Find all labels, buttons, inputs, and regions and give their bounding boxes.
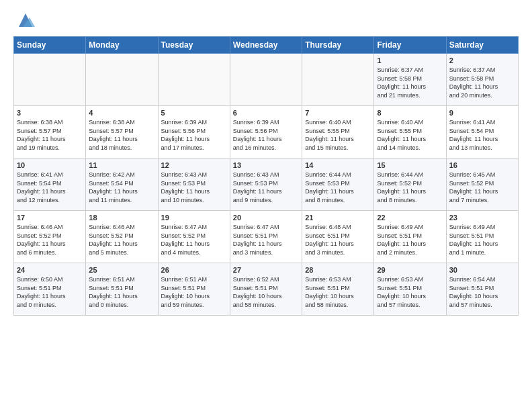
day-cell: 25Sunrise: 6:51 AM Sunset: 5:51 PM Dayli… (86, 263, 158, 316)
day-cell: 10Sunrise: 6:41 AM Sunset: 5:54 PM Dayli… (14, 158, 86, 211)
day-number: 26 (161, 266, 227, 274)
weekday-header-monday: Monday (86, 37, 158, 54)
day-info: Sunrise: 6:47 AM Sunset: 5:52 PM Dayligh… (161, 223, 227, 257)
day-info: Sunrise: 6:51 AM Sunset: 5:51 PM Dayligh… (161, 275, 227, 309)
day-info: Sunrise: 6:43 AM Sunset: 5:53 PM Dayligh… (161, 171, 227, 204)
day-info: Sunrise: 6:46 AM Sunset: 5:52 PM Dayligh… (17, 223, 83, 257)
day-number: 1 (377, 56, 443, 64)
day-cell: 24Sunrise: 6:50 AM Sunset: 5:51 PM Dayli… (14, 263, 86, 316)
day-cell: 23Sunrise: 6:49 AM Sunset: 5:51 PM Dayli… (446, 211, 518, 263)
day-cell: 22Sunrise: 6:49 AM Sunset: 5:51 PM Dayli… (374, 211, 446, 263)
weekday-header-sunday: Sunday (14, 37, 86, 54)
day-cell (86, 54, 158, 106)
day-number: 28 (305, 266, 371, 274)
week-row-1: 1Sunrise: 6:37 AM Sunset: 5:58 PM Daylig… (14, 54, 519, 106)
day-number: 22 (377, 214, 443, 222)
day-number: 20 (233, 214, 299, 222)
day-cell: 20Sunrise: 6:47 AM Sunset: 5:51 PM Dayli… (230, 211, 302, 263)
week-row-4: 17Sunrise: 6:46 AM Sunset: 5:52 PM Dayli… (14, 211, 519, 263)
week-row-5: 24Sunrise: 6:50 AM Sunset: 5:51 PM Dayli… (14, 263, 519, 316)
day-cell: 2Sunrise: 6:37 AM Sunset: 5:58 PM Daylig… (446, 54, 518, 106)
day-number: 4 (89, 109, 154, 117)
day-info: Sunrise: 6:38 AM Sunset: 5:57 PM Dayligh… (17, 118, 83, 152)
day-info: Sunrise: 6:49 AM Sunset: 5:51 PM Dayligh… (377, 223, 443, 257)
weekday-header-tuesday: Tuesday (158, 37, 230, 54)
day-info: Sunrise: 6:40 AM Sunset: 5:55 PM Dayligh… (305, 118, 371, 152)
logo-icon (16, 11, 35, 30)
day-number: 16 (449, 161, 515, 169)
weekday-header-saturday: Saturday (446, 37, 518, 54)
day-info: Sunrise: 6:54 AM Sunset: 5:51 PM Dayligh… (449, 275, 515, 309)
day-number: 14 (305, 161, 371, 169)
day-info: Sunrise: 6:48 AM Sunset: 5:51 PM Dayligh… (305, 223, 371, 257)
day-info: Sunrise: 6:37 AM Sunset: 5:58 PM Dayligh… (449, 66, 515, 99)
day-cell: 27Sunrise: 6:52 AM Sunset: 5:51 PM Dayli… (230, 263, 302, 316)
day-info: Sunrise: 6:47 AM Sunset: 5:51 PM Dayligh… (233, 223, 299, 257)
day-cell: 28Sunrise: 6:53 AM Sunset: 5:51 PM Dayli… (302, 263, 374, 316)
day-info: Sunrise: 6:41 AM Sunset: 5:54 PM Dayligh… (449, 118, 515, 152)
calendar: SundayMondayTuesdayWednesdayThursdayFrid… (13, 36, 519, 316)
day-cell (302, 54, 374, 106)
day-info: Sunrise: 6:39 AM Sunset: 5:56 PM Dayligh… (161, 118, 227, 152)
day-number: 8 (377, 109, 443, 117)
day-cell: 6Sunrise: 6:39 AM Sunset: 5:56 PM Daylig… (230, 106, 302, 158)
day-number: 7 (305, 109, 371, 117)
day-number: 11 (89, 161, 154, 169)
day-info: Sunrise: 6:46 AM Sunset: 5:52 PM Dayligh… (89, 223, 154, 257)
day-cell: 13Sunrise: 6:43 AM Sunset: 5:53 PM Dayli… (230, 158, 302, 211)
header (13, 11, 519, 30)
logo (13, 11, 35, 30)
day-info: Sunrise: 6:44 AM Sunset: 5:53 PM Dayligh… (305, 171, 371, 204)
weekday-header-row: SundayMondayTuesdayWednesdayThursdayFrid… (14, 37, 519, 54)
week-row-2: 3Sunrise: 6:38 AM Sunset: 5:57 PM Daylig… (14, 106, 519, 158)
day-cell (14, 54, 86, 106)
day-info: Sunrise: 6:42 AM Sunset: 5:54 PM Dayligh… (89, 171, 154, 204)
day-info: Sunrise: 6:51 AM Sunset: 5:51 PM Dayligh… (89, 275, 154, 309)
day-number: 17 (17, 214, 83, 222)
day-cell: 3Sunrise: 6:38 AM Sunset: 5:57 PM Daylig… (14, 106, 86, 158)
day-number: 6 (233, 109, 299, 117)
day-number: 12 (161, 161, 227, 169)
day-cell: 15Sunrise: 6:44 AM Sunset: 5:52 PM Dayli… (374, 158, 446, 211)
day-cell: 16Sunrise: 6:45 AM Sunset: 5:52 PM Dayli… (446, 158, 518, 211)
day-cell: 5Sunrise: 6:39 AM Sunset: 5:56 PM Daylig… (158, 106, 230, 158)
day-info: Sunrise: 6:41 AM Sunset: 5:54 PM Dayligh… (17, 171, 83, 204)
day-cell: 18Sunrise: 6:46 AM Sunset: 5:52 PM Dayli… (86, 211, 158, 263)
day-number: 15 (377, 161, 443, 169)
day-info: Sunrise: 6:43 AM Sunset: 5:53 PM Dayligh… (233, 171, 299, 204)
weekday-header-friday: Friday (374, 37, 446, 54)
day-number: 29 (377, 266, 443, 274)
weekday-header-wednesday: Wednesday (230, 37, 302, 54)
day-info: Sunrise: 6:40 AM Sunset: 5:55 PM Dayligh… (377, 118, 443, 152)
day-cell: 17Sunrise: 6:46 AM Sunset: 5:52 PM Dayli… (14, 211, 86, 263)
day-cell: 4Sunrise: 6:38 AM Sunset: 5:57 PM Daylig… (86, 106, 158, 158)
day-number: 5 (161, 109, 227, 117)
day-number: 21 (305, 214, 371, 222)
day-cell: 9Sunrise: 6:41 AM Sunset: 5:54 PM Daylig… (446, 106, 518, 158)
day-number: 25 (89, 266, 154, 274)
day-cell: 14Sunrise: 6:44 AM Sunset: 5:53 PM Dayli… (302, 158, 374, 211)
day-info: Sunrise: 6:45 AM Sunset: 5:52 PM Dayligh… (449, 171, 515, 204)
day-cell: 8Sunrise: 6:40 AM Sunset: 5:55 PM Daylig… (374, 106, 446, 158)
day-cell: 12Sunrise: 6:43 AM Sunset: 5:53 PM Dayli… (158, 158, 230, 211)
day-cell: 29Sunrise: 6:53 AM Sunset: 5:51 PM Dayli… (374, 263, 446, 316)
day-info: Sunrise: 6:39 AM Sunset: 5:56 PM Dayligh… (233, 118, 299, 152)
day-info: Sunrise: 6:49 AM Sunset: 5:51 PM Dayligh… (449, 223, 515, 257)
day-number: 3 (17, 109, 83, 117)
day-cell: 26Sunrise: 6:51 AM Sunset: 5:51 PM Dayli… (158, 263, 230, 316)
day-number: 24 (17, 266, 83, 274)
day-info: Sunrise: 6:52 AM Sunset: 5:51 PM Dayligh… (233, 275, 299, 309)
day-info: Sunrise: 6:37 AM Sunset: 5:58 PM Dayligh… (377, 66, 443, 99)
day-number: 23 (449, 214, 515, 222)
day-cell (230, 54, 302, 106)
weekday-header-thursday: Thursday (302, 37, 374, 54)
day-info: Sunrise: 6:38 AM Sunset: 5:57 PM Dayligh… (89, 118, 154, 152)
page: SundayMondayTuesdayWednesdayThursdayFrid… (0, 0, 532, 322)
day-number: 30 (449, 266, 515, 274)
day-cell: 1Sunrise: 6:37 AM Sunset: 5:58 PM Daylig… (374, 54, 446, 106)
day-info: Sunrise: 6:50 AM Sunset: 5:51 PM Dayligh… (17, 275, 83, 309)
day-number: 27 (233, 266, 299, 274)
day-number: 9 (449, 109, 515, 117)
day-info: Sunrise: 6:44 AM Sunset: 5:52 PM Dayligh… (377, 171, 443, 204)
day-cell: 11Sunrise: 6:42 AM Sunset: 5:54 PM Dayli… (86, 158, 158, 211)
